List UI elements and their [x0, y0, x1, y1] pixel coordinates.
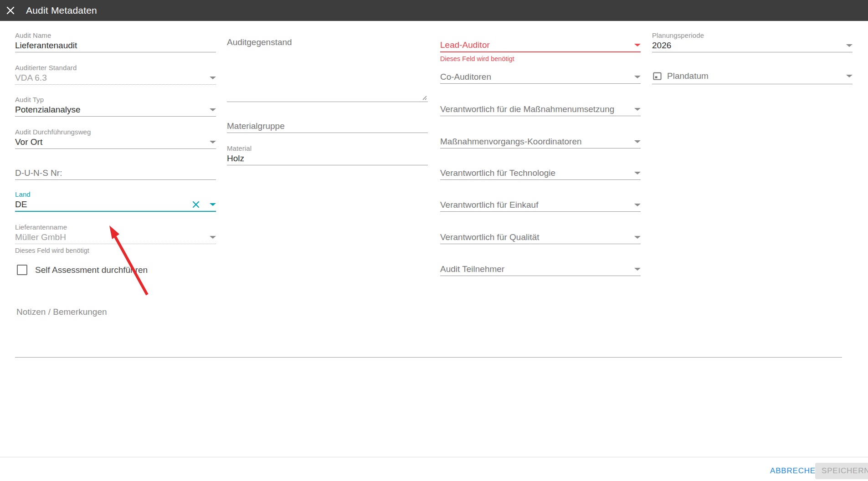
verantwortlich-umsetzung-field[interactable]: Verantwortlich für die Maßnahmenumsetzun…: [440, 104, 641, 116]
self-assessment-label: Self Assessment durchführen: [35, 265, 148, 275]
land-value[interactable]: DE: [15, 200, 191, 210]
planungsperiode-field[interactable]: Planungsperiode 2026: [652, 32, 853, 52]
verantwortlich-einkauf-field[interactable]: Verantwortlich für Einkauf: [440, 200, 641, 212]
planungsperiode-label: Planungsperiode: [652, 32, 853, 39]
lieferantenname-value: Müller GmbH: [15, 232, 204, 242]
notizen-field[interactable]: [15, 310, 842, 358]
audit-teilnehmer-placeholder[interactable]: Audit Teilnehmer: [440, 264, 629, 274]
audit-durchfuehrungsweg-label: Audit Durchführungsweg: [15, 128, 216, 135]
duns-placeholder[interactable]: D-U-N-S Nr:: [15, 168, 216, 178]
footer-divider: [0, 457, 868, 457]
verantwortlich-einkauf-placeholder[interactable]: Verantwortlich für Einkauf: [440, 200, 629, 210]
material-value[interactable]: Holz: [227, 154, 428, 164]
material-field[interactable]: Material Holz: [227, 145, 428, 165]
chevron-down-icon: [210, 236, 216, 239]
lieferantenname-label: Lieferantenname: [15, 224, 216, 230]
resize-handle-icon[interactable]: [421, 95, 427, 100]
chevron-down-icon[interactable]: [634, 172, 641, 174]
massnahmen-koordinatoren-placeholder[interactable]: Maßnahmenvorgangs-Koordinatoren: [440, 137, 629, 147]
chevron-down-icon[interactable]: [634, 236, 641, 239]
dialog-header: Audit Metadaten: [0, 0, 868, 21]
audit-typ-field[interactable]: Audit Typ Potenzialanalyse: [15, 96, 216, 117]
massnahmen-koordinatoren-field[interactable]: Maßnahmenvorgangs-Koordinatoren: [440, 137, 641, 148]
land-field[interactable]: Land DE: [15, 191, 216, 212]
verantwortlich-qualitaet-placeholder[interactable]: Verantwortlich für Qualität: [440, 232, 629, 242]
chevron-down-icon[interactable]: [846, 75, 853, 77]
calendar-icon[interactable]: [652, 71, 663, 81]
land-label: Land: [15, 191, 216, 198]
auditierter-standard-field: Auditierter Standard VDA 6.3: [15, 64, 216, 85]
materialgruppe-field[interactable]: Materialgruppe: [227, 121, 428, 133]
auditierter-standard-label: Auditierter Standard: [15, 64, 216, 71]
co-auditoren-field[interactable]: Co-Auditoren: [440, 72, 641, 84]
chevron-down-icon: [210, 77, 216, 79]
checkbox-icon[interactable]: [17, 265, 27, 275]
audit-teilnehmer-field[interactable]: Audit Teilnehmer: [440, 264, 641, 276]
planungsperiode-value[interactable]: 2026: [652, 41, 841, 51]
audit-durchfuehrungsweg-value[interactable]: Vor Ort: [15, 137, 204, 147]
chevron-down-icon[interactable]: [210, 203, 216, 206]
verantwortlich-technologie-field[interactable]: Verantwortlich für Technologie: [440, 168, 641, 180]
lead-auditor-placeholder[interactable]: Lead-Auditor: [440, 40, 629, 50]
auditierter-standard-value: VDA 6.3: [15, 73, 204, 83]
audit-typ-label: Audit Typ: [15, 96, 216, 103]
clear-icon[interactable]: [191, 200, 200, 209]
audit-name-field[interactable]: Audit Name Lieferantenaudit: [15, 32, 216, 52]
lead-auditor-field[interactable]: Lead-Auditor Dieses Feld wird benötigt: [440, 40, 641, 62]
lieferantenname-hint: Dieses Feld wird benötigt: [15, 247, 216, 254]
chevron-down-icon[interactable]: [846, 44, 853, 47]
auditgegenstand-field[interactable]: Auditgegenstand: [227, 37, 428, 102]
co-auditoren-placeholder[interactable]: Co-Auditoren: [440, 72, 629, 82]
lead-auditor-error: Dieses Feld wird benötigt: [440, 56, 641, 62]
audit-name-value[interactable]: Lieferantenaudit: [15, 41, 216, 51]
verantwortlich-technologie-placeholder[interactable]: Verantwortlich für Technologie: [440, 168, 629, 178]
save-button[interactable]: SPEICHERN: [815, 463, 868, 479]
chevron-down-icon[interactable]: [634, 140, 641, 143]
close-button[interactable]: [0, 0, 21, 21]
plandatum-field[interactable]: Plandatum: [652, 71, 853, 84]
plandatum-placeholder[interactable]: Plandatum: [667, 71, 841, 81]
close-icon: [6, 6, 15, 15]
audit-name-label: Audit Name: [15, 32, 216, 39]
duns-field[interactable]: D-U-N-S Nr:: [15, 168, 216, 180]
audit-metadata-dialog: Audit Metadaten Audit Name Lieferantenau…: [0, 0, 868, 481]
auditgegenstand-placeholder[interactable]: Auditgegenstand: [227, 37, 292, 47]
chevron-down-icon[interactable]: [634, 76, 641, 78]
chevron-down-icon[interactable]: [210, 141, 216, 143]
audit-durchfuehrungsweg-field[interactable]: Audit Durchführungsweg Vor Ort: [15, 128, 216, 149]
chevron-down-icon[interactable]: [634, 44, 641, 46]
chevron-down-icon[interactable]: [634, 108, 641, 111]
material-label: Material: [227, 145, 428, 152]
verantwortlich-umsetzung-placeholder[interactable]: Verantwortlich für die Maßnahmenumsetzun…: [440, 104, 629, 114]
self-assessment-checkbox-row[interactable]: Self Assessment durchführen: [17, 265, 148, 275]
materialgruppe-placeholder[interactable]: Materialgruppe: [227, 121, 428, 131]
chevron-down-icon[interactable]: [210, 108, 216, 111]
dialog-title: Audit Metadaten: [26, 5, 97, 16]
chevron-down-icon[interactable]: [634, 268, 641, 271]
audit-typ-value[interactable]: Potenzialanalyse: [15, 105, 204, 115]
chevron-down-icon[interactable]: [634, 204, 641, 206]
verantwortlich-qualitaet-field[interactable]: Verantwortlich für Qualität: [440, 232, 641, 244]
lieferantenname-field: Lieferantenname Müller GmbH Dieses Feld …: [15, 224, 216, 254]
